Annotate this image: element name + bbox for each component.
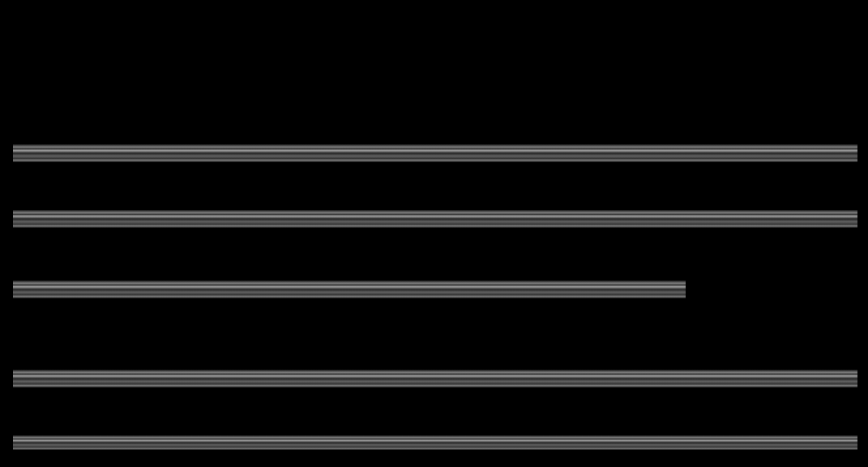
redacted-line: [0, 239, 868, 260]
terminal-window[interactable]: ___ _ _ _ | _ |_) |_ _ _ __ _ _ __ (_) |…: [0, 0, 868, 467]
redacted-line: [0, 394, 868, 415]
redacted-line: [0, 103, 868, 124]
redacted-line: [0, 169, 868, 190]
redacted-line: [0, 328, 868, 349]
